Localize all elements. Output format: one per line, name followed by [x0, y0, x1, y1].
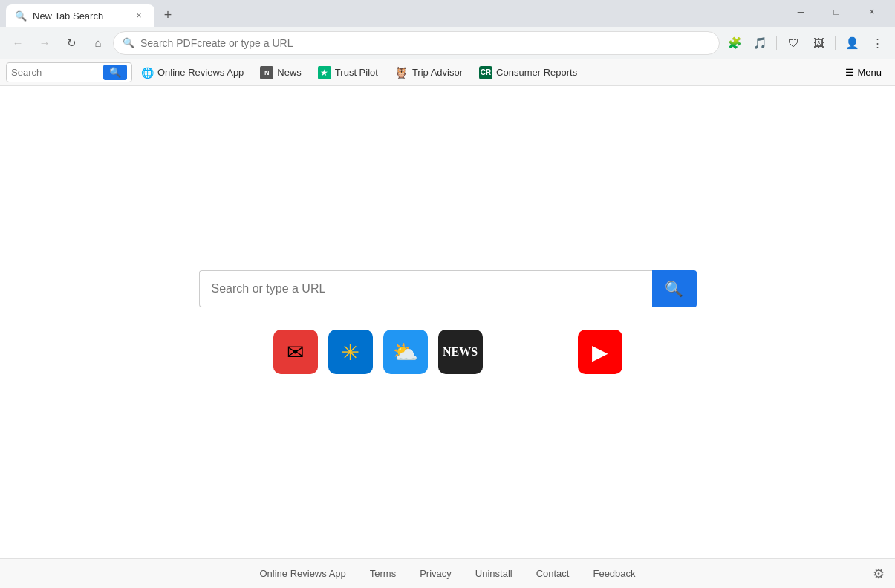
extensions-button[interactable]: 🧩: [723, 31, 746, 55]
profile-button[interactable]: 👤: [840, 31, 864, 55]
search-icon: 🔍: [123, 37, 134, 48]
hamburger-icon: ☰: [845, 67, 854, 78]
bookmark-item-online-reviews-app[interactable]: 🌐 Online Reviews App: [134, 64, 251, 82]
center-search-button[interactable]: 🔍: [652, 270, 697, 307]
youtube-icon: ▶: [592, 340, 608, 365]
search-button-icon: 🔍: [665, 280, 683, 298]
nav-divider: [776, 36, 777, 50]
bookmark-item-consumer-reports[interactable]: CR Consumer Reports: [472, 63, 585, 82]
cr-icon: CR: [479, 66, 492, 79]
bookmark-label-news: News: [277, 67, 302, 78]
bookmark-item-trip-advisor[interactable]: 🦉 Trip Advisor: [387, 63, 470, 82]
address-bar[interactable]: 🔍: [113, 31, 720, 55]
news-bk-icon: N: [260, 66, 273, 79]
walmart-icon: ✳: [341, 339, 359, 365]
footer-link-contact[interactable]: Contact: [536, 568, 570, 579]
titlebar: 🔍 New Tab Search × + ─ □ ×: [0, 0, 895, 27]
screenshot-button[interactable]: 🖼: [807, 31, 830, 55]
gmail-icon: ✉: [287, 340, 304, 365]
tripadvisor-icon: 🦉: [394, 66, 409, 79]
bookmark-label-online-reviews-app: Online Reviews App: [157, 67, 244, 78]
menu-label: Menu: [857, 67, 882, 78]
menu-button[interactable]: ⋮: [865, 31, 889, 55]
quick-link-gmail[interactable]: ✉: [273, 330, 318, 374]
tab-favicon: 🔍: [15, 10, 27, 22]
close-button[interactable]: ×: [855, 1, 889, 22]
tab-title: New Tab Search: [33, 10, 126, 22]
bookmark-search-button[interactable]: 🔍: [103, 65, 127, 80]
footer: Online Reviews App Terms Privacy Uninsta…: [0, 558, 895, 588]
minimize-button[interactable]: ─: [784, 1, 818, 22]
quick-link-youtube[interactable]: ▶: [578, 330, 622, 374]
address-input[interactable]: [140, 37, 710, 49]
bookmark-label-trust-pilot: Trust Pilot: [335, 67, 378, 78]
maximize-button[interactable]: □: [819, 1, 853, 22]
settings-icon[interactable]: ⚙: [873, 566, 885, 582]
quick-link-news[interactable]: NEWS: [438, 330, 483, 374]
back-button[interactable]: ←: [6, 31, 30, 55]
navbar: ← → ↻ ⌂ 🔍 🧩 🎵 🛡 🖼 👤 ⋮: [0, 27, 895, 59]
footer-link-online-reviews-app[interactable]: Online Reviews App: [259, 568, 345, 579]
quick-link-weather[interactable]: ⛅: [383, 330, 428, 374]
music-button[interactable]: 🎵: [748, 31, 772, 55]
bookmark-search-container: 🔍: [6, 62, 132, 82]
bookmark-search-input[interactable]: [11, 67, 100, 78]
quick-link-walmart[interactable]: ✳: [328, 330, 373, 374]
main-content: 🔍 ✉ ✳ ⛅ NEWS ▶: [0, 86, 895, 558]
active-tab[interactable]: 🔍 New Tab Search ×: [6, 4, 154, 27]
weather-icon: ⛅: [392, 340, 418, 365]
nav-icons-right: 🧩 🎵 🛡 🖼 👤 ⋮: [723, 31, 889, 55]
bookmark-item-trust-pilot[interactable]: ★ Trust Pilot: [310, 63, 385, 82]
tab-close-button[interactable]: ×: [132, 9, 146, 22]
shield-button[interactable]: 🛡: [781, 31, 805, 55]
bookmark-label-consumer-reports: Consumer Reports: [496, 67, 577, 78]
window-controls: ─ □ ×: [784, 1, 889, 22]
globe-icon: 🌐: [141, 67, 154, 79]
new-tab-button[interactable]: +: [157, 4, 178, 25]
bookmarks-bar: 🔍 🌐 Online Reviews App N News ★ Trust Pi…: [0, 59, 895, 86]
nav-divider2: [835, 36, 836, 50]
footer-link-terms[interactable]: Terms: [370, 568, 396, 579]
bookmark-label-trip-advisor: Trip Advisor: [412, 67, 463, 78]
news-icon: NEWS: [443, 345, 478, 359]
trustpilot-icon: ★: [318, 66, 331, 79]
footer-link-uninstall[interactable]: Uninstall: [475, 568, 512, 579]
quick-links: ✉ ✳ ⛅ NEWS ▶: [273, 330, 622, 374]
footer-link-feedback[interactable]: Feedback: [593, 568, 635, 579]
center-search-input[interactable]: [199, 270, 652, 307]
menu-button-bookmark[interactable]: ☰ Menu: [838, 64, 889, 81]
refresh-button[interactable]: ↻: [59, 31, 83, 55]
forward-button[interactable]: →: [33, 31, 56, 55]
home-button[interactable]: ⌂: [86, 31, 110, 55]
center-search-container: 🔍: [199, 270, 697, 307]
footer-link-privacy[interactable]: Privacy: [420, 568, 452, 579]
bookmark-item-news[interactable]: N News: [253, 63, 309, 82]
